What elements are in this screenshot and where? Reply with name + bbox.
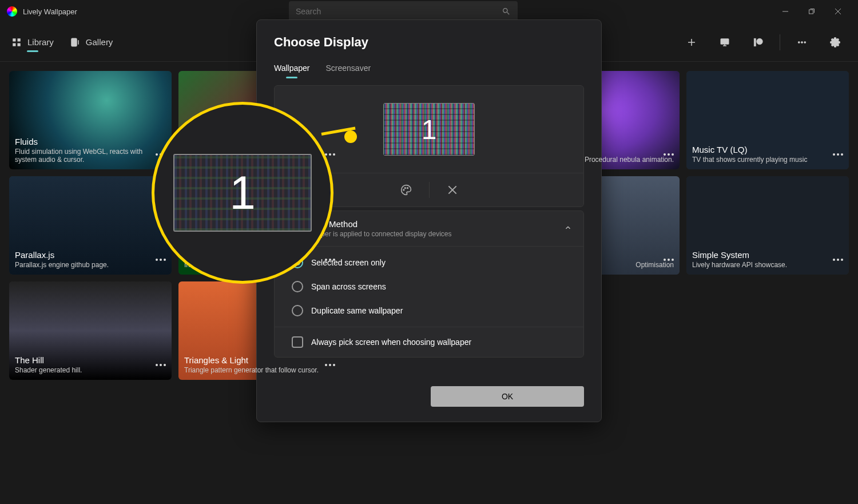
svg-point-29 — [833, 153, 835, 156]
svg-point-45 — [160, 364, 162, 366]
svg-point-31 — [841, 153, 843, 156]
card-more-button[interactable] — [153, 252, 169, 268]
svg-point-36 — [329, 259, 331, 261]
card-title: Parallax.js — [15, 250, 166, 260]
card-title: Triangles & Light — [184, 355, 335, 365]
radio-label: Span across screens — [311, 282, 386, 291]
svg-point-39 — [668, 259, 670, 261]
magnified-monitor: 1 — [173, 154, 312, 232]
card-more-button[interactable] — [153, 357, 169, 373]
card-more-button[interactable] — [830, 252, 846, 268]
action-divider — [429, 182, 430, 198]
radio-span-screens[interactable]: Span across screens — [292, 281, 566, 292]
svg-point-37 — [333, 259, 335, 261]
svg-point-44 — [156, 364, 158, 366]
svg-point-46 — [164, 364, 166, 366]
svg-point-47 — [325, 364, 327, 366]
svg-point-33 — [160, 259, 162, 261]
display-monitor-1[interactable]: 1 — [383, 103, 475, 156]
checkbox-icon — [292, 336, 303, 348]
card-desc: Optimisation — [523, 261, 674, 269]
svg-point-52 — [407, 188, 408, 189]
checkbox-label: Always pick screen when choosing wallpap… — [311, 338, 471, 347]
svg-point-42 — [837, 259, 839, 261]
ok-button[interactable]: OK — [431, 386, 584, 407]
card-desc: Procedural nebula animation. — [523, 156, 674, 164]
card-more-button[interactable] — [661, 146, 677, 162]
card-title: Music TV (LQ) — [692, 145, 843, 154]
card-more-button[interactable] — [322, 357, 338, 373]
svg-point-25 — [333, 153, 335, 156]
radio-icon — [292, 281, 303, 292]
always-pick-checkbox-row[interactable]: Always pick screen when choosing wallpap… — [275, 327, 583, 357]
svg-point-20 — [156, 153, 158, 156]
card-title: The Hill — [15, 355, 166, 365]
card-desc: Triangle pattern generator that follow c… — [184, 366, 335, 374]
svg-point-30 — [837, 153, 839, 156]
modal-tab-screensaver[interactable]: Screensaver — [326, 58, 371, 78]
remove-display-button[interactable] — [435, 179, 470, 201]
monitor-number: 1 — [422, 114, 437, 145]
svg-point-35 — [325, 259, 327, 261]
svg-point-51 — [404, 188, 406, 189]
svg-point-26 — [664, 153, 666, 156]
svg-point-41 — [833, 259, 835, 261]
radio-duplicate[interactable]: Duplicate same wallpaper — [292, 305, 566, 316]
card-more-button[interactable] — [830, 146, 846, 162]
card-title: Simple System — [692, 250, 843, 260]
svg-point-38 — [664, 259, 666, 261]
svg-point-50 — [403, 189, 404, 191]
card-desc: Lively hardware API showcase. — [692, 261, 843, 269]
radio-label: Duplicate same wallpaper — [311, 306, 403, 315]
modal-title: Choose Display — [257, 35, 601, 58]
card-desc: TV that shows currently playing music — [692, 156, 843, 164]
palette-icon — [400, 184, 412, 196]
card-desc: Fluid simulation using WebGL, reacts wit… — [15, 148, 166, 164]
card-desc: Parallax.js engine github page. — [15, 261, 166, 269]
svg-point-40 — [672, 259, 674, 261]
close-icon — [448, 185, 457, 195]
card-desc: Shader generated hill. — [15, 366, 166, 374]
svg-point-27 — [668, 153, 670, 156]
chevron-up-icon — [564, 224, 572, 234]
radio-icon — [292, 305, 303, 316]
svg-point-32 — [156, 259, 158, 261]
svg-point-28 — [672, 153, 674, 156]
annotation-anchor-dot — [344, 130, 357, 143]
identify-button[interactable] — [389, 179, 423, 201]
svg-point-48 — [329, 364, 331, 366]
svg-point-34 — [164, 259, 166, 261]
card-more-button[interactable] — [322, 252, 338, 268]
svg-point-49 — [333, 364, 335, 366]
annotation-magnifier: 1 — [152, 102, 333, 284]
svg-point-43 — [841, 259, 843, 261]
svg-point-24 — [329, 153, 331, 156]
magnified-number: 1 — [229, 166, 256, 220]
modal-tab-wallpaper[interactable]: Wallpaper — [274, 58, 310, 78]
card-more-button[interactable] — [661, 252, 677, 268]
card-title: Fluids — [15, 137, 166, 146]
